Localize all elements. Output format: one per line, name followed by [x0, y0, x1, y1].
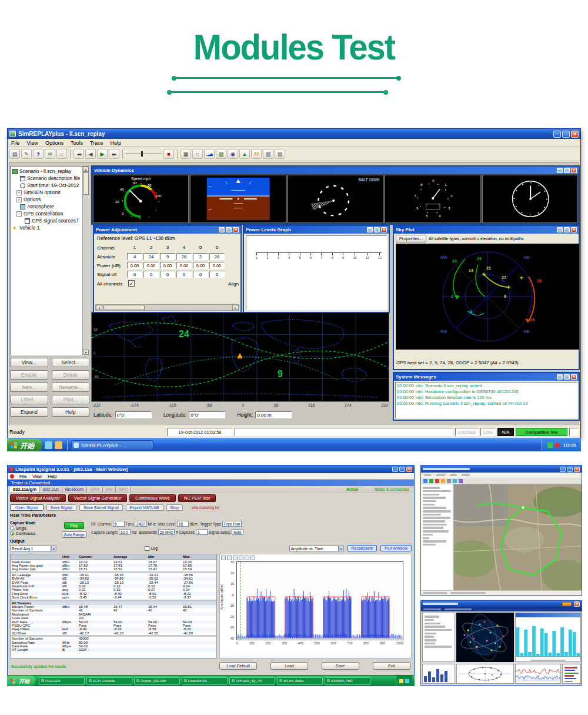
close-button[interactable]: [381, 227, 387, 232]
maximize-button[interactable]: [226, 227, 232, 232]
tree-item[interactable]: Start time: 19-Oct-2012: [11, 182, 89, 189]
action-button[interactable]: Help: [52, 407, 90, 417]
menu-item[interactable]: [436, 474, 445, 477]
vehicle-dynamics-titlebar[interactable]: Vehicle Dynamics: [92, 167, 579, 174]
taskbar-task[interactable]: PDAGEN: [39, 677, 85, 685]
close-button[interactable]: [571, 227, 577, 232]
dialog-button[interactable]: Exit: [373, 662, 410, 670]
plot-area[interactable]: [236, 561, 403, 640]
signal-off-input[interactable]: 0: [160, 271, 175, 278]
satellite-titlebar[interactable]: [421, 601, 582, 607]
minimize-button[interactable]: [560, 467, 566, 472]
mode-button[interactable]: Continuous Wave: [129, 494, 176, 502]
menu-item[interactable]: View: [24, 139, 42, 147]
vehicle-icon[interactable]: ▲: [239, 149, 250, 159]
start-button[interactable]: 开始: [7, 676, 35, 686]
parameter[interactable]: 18: [177, 521, 189, 527]
marker-tool-icon[interactable]: [245, 556, 249, 560]
close-button[interactable]: [571, 168, 577, 173]
plot-type-select[interactable]: Amplitude vs. Time: [289, 546, 339, 551]
taskbar-task[interactable]: SCPI Console: [86, 677, 132, 685]
action-button[interactable]: Print...: [52, 395, 90, 404]
menu-item[interactable]: [462, 474, 470, 477]
height-value[interactable]: 0.00 m: [255, 411, 292, 418]
log-checkbox[interactable]: [145, 546, 149, 551]
sky-plot-titlebar[interactable]: Sky Plot: [394, 226, 579, 234]
power-value[interactable]: 0.00: [176, 262, 192, 269]
tree-item[interactable]: Atmosphere: [11, 203, 89, 210]
tree-scrollbar[interactable]: [82, 167, 89, 355]
clock-icon[interactable]: ○: [192, 149, 203, 159]
action-button[interactable]: New...: [10, 383, 48, 392]
taskbar-task[interactable]: SAN55A TBD: [325, 677, 370, 685]
menu-item[interactable]: Help: [45, 474, 59, 479]
toolbar-icon[interactable]: [459, 479, 463, 483]
tree-item[interactable]: GPS constellation: [11, 210, 89, 217]
recalculate-button[interactable]: Recalculate: [348, 545, 377, 551]
constellation-view[interactable]: [456, 613, 514, 662]
dialog-button[interactable]: Load Default: [219, 662, 257, 670]
radio-continuous[interactable]: Continuous: [10, 531, 62, 536]
grid-icon[interactable]: ▦: [181, 149, 191, 159]
minimize-button[interactable]: [557, 168, 563, 173]
maximize-button[interactable]: [567, 467, 573, 472]
power-value[interactable]: 0.00: [193, 262, 208, 269]
time-slider[interactable]: [126, 151, 162, 157]
protocol-tab[interactable]: 802.11a/g/n: [10, 487, 40, 492]
power-value[interactable]: 0.00: [209, 262, 225, 269]
stop-button[interactable]: Stop: [64, 522, 84, 529]
tray-icon[interactable]: [405, 679, 409, 683]
signal-button[interactable]: Export MATLAB: [126, 504, 163, 511]
taskbar-task[interactable]: TPKpi02_4g_Ph: [229, 677, 275, 685]
power-value[interactable]: 0.00: [160, 262, 175, 269]
maximize-button[interactable]: [564, 168, 570, 173]
absolute-value[interactable]: 24: [143, 253, 159, 260]
toolbar-icon[interactable]: [453, 479, 457, 483]
graph-icon[interactable]: ▁▃▅: [204, 149, 215, 159]
simreplay-titlebar[interactable]: SimREPLAYplus - ll.scn_replay: [8, 129, 580, 139]
sky-plot-icon[interactable]: ◉: [228, 149, 238, 159]
close-button[interactable]: [574, 467, 580, 472]
scroll-left-icon[interactable]: [96, 305, 102, 310]
parameter[interactable]: 10.0: [119, 529, 131, 535]
parameter[interactable]: 1: [196, 529, 208, 535]
litepoint-titlebar[interactable]: Litepoint IQsignal 3.0.91 - [802.11a - M…: [8, 465, 414, 473]
play-icon[interactable]: ▶: [97, 149, 108, 159]
protocol-tab[interactable]: FM: [103, 487, 116, 492]
signal-button[interactable]: Save Signal: [46, 504, 76, 511]
scrollbar-thumb[interactable]: [103, 305, 145, 310]
tree-item[interactable]: Scenario description file: [11, 175, 89, 182]
parameter-list[interactable]: [422, 613, 455, 662]
menu-item[interactable]: Options: [42, 139, 67, 147]
protocol-tab[interactable]: GPS: [87, 487, 103, 492]
minimize-button[interactable]: [557, 227, 563, 232]
result-select[interactable]: Result Avg 1: [10, 546, 51, 551]
chevron-down-icon[interactable]: [51, 546, 56, 551]
tree-item[interactable]: Scenario - ll.scn_replay: [11, 168, 89, 175]
menu-item[interactable]: View: [29, 474, 45, 479]
menu-item[interactable]: [450, 474, 457, 477]
power-value[interactable]: 0.00: [127, 262, 142, 269]
maximize-button[interactable]: [564, 374, 570, 380]
mode-button[interactable]: Vector Signal Generator: [68, 494, 127, 502]
zoom-in-icon[interactable]: [227, 556, 232, 560]
start-button[interactable]: 开始: [7, 439, 42, 451]
latitude-value[interactable]: 0°0': [115, 411, 152, 418]
menu-item[interactable]: File: [16, 474, 29, 479]
taskbar-task[interactable]: Output_192.168: [134, 677, 180, 685]
chevron-down-icon[interactable]: [339, 546, 344, 551]
absolute-value[interactable]: 9: [160, 253, 175, 260]
zoom-out-icon[interactable]: [233, 556, 238, 560]
rewind-icon[interactable]: ◀◀: [74, 149, 84, 159]
open-signal-button[interactable]: Open Signal: [10, 504, 44, 511]
maximize-button[interactable]: [374, 227, 380, 232]
mode-button[interactable]: NC PER Test: [178, 494, 216, 502]
signal-button[interactable]: Stop: [166, 504, 183, 511]
map-view[interactable]: [454, 484, 582, 590]
tray-icon[interactable]: [399, 679, 403, 683]
minimize-button[interactable]: [219, 227, 225, 232]
power-icon[interactable]: JJ: [251, 149, 262, 159]
close-button[interactable]: [571, 131, 579, 138]
toolbar-icon[interactable]: [429, 479, 433, 483]
properties-button[interactable]: Properties...: [396, 235, 426, 242]
